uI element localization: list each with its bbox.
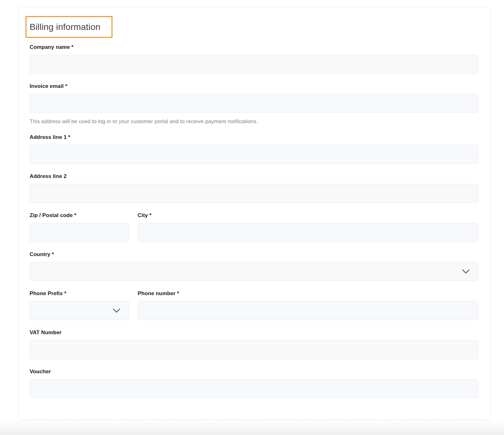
address-line1-input[interactable] [30, 145, 478, 164]
phone-number-group: Phone number * [138, 290, 478, 320]
address-line2-group: Address line 2 [30, 173, 478, 203]
invoice-email-label: Invoice email * [30, 83, 478, 89]
address-line1-label: Address line 1 * [30, 134, 478, 140]
address-line1-group: Address line 1 * [30, 134, 478, 164]
zip-city-row: Zip / Postal code * City * [30, 212, 478, 242]
invoice-email-helper-text: This address will be used to log in to y… [30, 118, 478, 125]
invoice-email-group: Invoice email * This address will be use… [30, 83, 478, 125]
company-name-label: Company name * [30, 44, 478, 50]
phone-number-input[interactable] [138, 301, 478, 320]
chevron-down-icon [462, 269, 470, 274]
phone-prefix-label: Phone Prefix * [30, 290, 129, 297]
phone-number-label: Phone number * [138, 290, 478, 297]
voucher-label: Voucher [30, 369, 478, 375]
city-input[interactable] [138, 223, 478, 242]
vat-label: VAT Number [30, 329, 478, 336]
company-name-input[interactable] [30, 55, 478, 74]
zip-group: Zip / Postal code * [30, 212, 129, 242]
company-name-group: Company name * [30, 44, 478, 74]
country-group: Country * [30, 251, 478, 281]
address-line2-input[interactable] [30, 184, 478, 203]
phone-prefix-select[interactable] [30, 301, 129, 320]
zip-label: Zip / Postal code * [30, 212, 129, 219]
billing-card: Billing information Company name * Invoi… [18, 7, 490, 420]
chevron-down-icon [113, 308, 120, 313]
phone-row: Phone Prefix * Phone number * [30, 290, 478, 320]
vat-group: VAT Number [30, 329, 478, 359]
country-select[interactable] [30, 262, 478, 281]
invoice-email-input[interactable] [30, 94, 478, 113]
voucher-input[interactable] [30, 379, 478, 398]
billing-form: Company name * Invoice email * This addr… [30, 44, 478, 398]
city-label: City * [138, 212, 478, 219]
phone-prefix-group: Phone Prefix * [30, 290, 129, 320]
address-line2-label: Address line 2 [30, 173, 478, 180]
country-label: Country * [30, 251, 478, 258]
voucher-group: Voucher [30, 369, 478, 398]
vat-input[interactable] [30, 340, 478, 359]
page-title: Billing information [30, 20, 100, 33]
billing-page: Billing information Company name * Invoi… [0, 0, 504, 435]
page-bottom-gradient [0, 420, 504, 435]
section-title-highlight: Billing information [26, 16, 112, 38]
city-group: City * [138, 212, 478, 242]
zip-input[interactable] [30, 223, 129, 242]
